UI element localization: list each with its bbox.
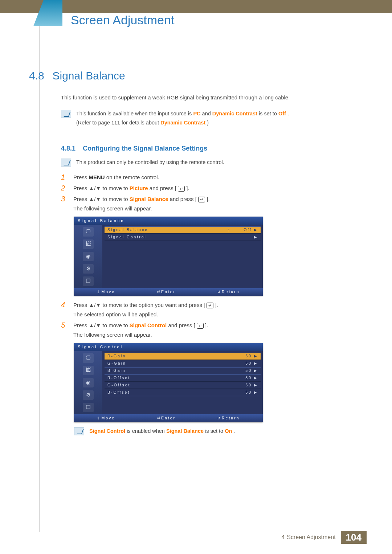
chevron-right-icon: ▶	[253, 375, 258, 381]
t: Press	[73, 174, 89, 180]
chevron-right-icon: ▶	[253, 234, 258, 240]
chevron-right-icon: ▶	[253, 353, 258, 359]
page-footer: 4 Screen Adjustment 104	[0, 531, 392, 544]
t: and	[202, 111, 212, 116]
t: to move to the option you want and press…	[103, 302, 205, 308]
step-text: Press MENU on the remote control.	[73, 173, 345, 182]
chevron-right-icon: ▶	[253, 227, 258, 233]
osd-row-g-offset[interactable]: G-Offset 50 ▶	[105, 382, 261, 389]
osd-row-value: 50	[232, 361, 253, 366]
step-1: 1 Press MENU on the remote control.	[61, 173, 345, 182]
osd-body: 🖵 🖼 ◉ ⚙ ❐ R-Gain 50 ▶ G-Gain 50 ▶	[74, 351, 263, 414]
note-icon	[74, 427, 84, 435]
em-on: On	[225, 428, 232, 434]
osd-row-signal-control[interactable]: Signal Control ▶	[105, 234, 261, 241]
chevron-right-icon: ▶	[253, 361, 258, 366]
side-rule	[39, 13, 40, 532]
osd-footer: Move Enter Return	[74, 288, 263, 296]
em-dc: Dynamic Contrast	[212, 111, 257, 116]
chevron-right-icon: ▶	[253, 382, 258, 388]
osd-title: Signal Balance	[74, 217, 263, 225]
note-enable: Signal Control is enabled when Signal Ba…	[74, 427, 345, 435]
t: )	[207, 120, 209, 126]
osd-row-value: 50	[232, 390, 253, 395]
t: is set to	[259, 111, 278, 116]
arrow-keys-icon: ▲/▼	[89, 185, 101, 191]
note-icon	[61, 110, 71, 118]
enter-key-icon	[207, 303, 213, 308]
osd-main: Signal Balance : Off ▶ Signal Control ▶	[102, 225, 263, 288]
em-dc2: Dynamic Contrast	[160, 120, 205, 126]
arrow-keys-icon: ▲/▼	[89, 196, 101, 202]
osd-row-value: 50	[232, 353, 253, 359]
osd-row-g-gain[interactable]: G-Gain 50 ▶	[105, 360, 261, 367]
disc-icon: ◉	[83, 252, 94, 261]
enter-key-icon	[178, 186, 185, 192]
step-text: Press ▲/▼ to move to Signal Control and …	[73, 321, 345, 339]
em-off: Off	[278, 111, 286, 116]
section-number: 4.8	[29, 70, 51, 82]
step-number: 4	[61, 301, 68, 309]
multi-icon: ❐	[83, 276, 94, 286]
osd-row-value: Off	[232, 227, 253, 233]
t: Press	[73, 322, 89, 328]
em-signal-balance: Signal Balance	[166, 428, 204, 434]
gear-icon: ⚙	[83, 264, 94, 274]
step-number: 3	[61, 195, 68, 203]
gear-icon: ⚙	[83, 390, 94, 400]
step-4: 4 Press ▲/▼ to move to the option you wa…	[61, 301, 345, 319]
chevron-right-icon: ▶	[253, 368, 258, 374]
osd-row-b-offset[interactable]: B-Offset 50 ▶	[105, 389, 261, 396]
note-availability: This function is available when the inpu…	[61, 110, 345, 127]
osd-title: Signal Control	[74, 343, 263, 351]
footer-chapter-number: 4	[281, 534, 285, 541]
step-number: 2	[61, 184, 68, 192]
osd-hint-enter: Enter	[157, 415, 176, 421]
enter-key-icon	[198, 197, 205, 202]
subsection-heading: 4.8.1 Configuring the Signal Balance Set…	[61, 144, 345, 153]
osd-row-label: Signal Control	[107, 234, 226, 240]
multi-icon: ❐	[83, 403, 94, 412]
osd-empty	[105, 241, 261, 281]
osd-footer: Move Enter Return	[74, 414, 263, 422]
arrow-keys-icon: ▲/▼	[89, 302, 101, 308]
menu-key: MENU	[89, 174, 105, 180]
step-cont: The following screen will appear.	[73, 204, 345, 213]
step-3: 3 Press ▲/▼ to move to Signal Balance an…	[61, 195, 345, 213]
t: .	[233, 428, 235, 434]
t: ].	[205, 322, 208, 328]
t: to move to	[103, 196, 130, 202]
osd-hint-move: Move	[97, 289, 115, 295]
target-signal-control: Signal Control	[130, 322, 167, 328]
osd-sidebar: 🖵 🖼 ◉ ⚙ ❐	[74, 351, 102, 414]
em-signal-control: Signal Control	[89, 428, 125, 434]
enter-key-icon	[197, 323, 204, 329]
t: ].	[186, 185, 189, 191]
picture-icon: 🖵	[83, 227, 94, 237]
step-cont: The following screen will appear.	[73, 331, 345, 339]
t: This function is available when the inpu…	[76, 111, 193, 116]
osd-sidebar: 🖵 🖼 ◉ ⚙ ❐	[74, 225, 102, 288]
osd-row-value: 50	[232, 382, 253, 388]
osd-hint-move: Move	[97, 415, 115, 421]
step-text: Press ▲/▼ to move to Signal Balance and …	[73, 195, 345, 213]
t: and press [	[170, 196, 197, 202]
t: Press	[73, 196, 89, 202]
osd-row-r-gain[interactable]: R-Gain 50 ▶	[105, 353, 261, 360]
step-cont: The selected option will be applied.	[73, 310, 345, 319]
osd-row-r-offset[interactable]: R-Offset 50 ▶	[105, 374, 261, 382]
footer-label: 4 Screen Adjustment	[276, 531, 340, 544]
osd-row-b-gain[interactable]: B-Gain 50 ▶	[105, 367, 261, 374]
osd-hint-return: Return	[217, 289, 240, 295]
osd-row-value: 50	[232, 375, 253, 381]
note-text: This product can only be controlled by u…	[76, 159, 345, 167]
osd-body: 🖵 🖼 ◉ ⚙ ❐ Signal Balance : Off ▶ Signal …	[74, 225, 263, 288]
section-heading: 4.8 Signal Balance	[29, 70, 125, 82]
t: and press [	[168, 322, 195, 328]
osd-signal-balance: Signal Balance 🖵 🖼 ◉ ⚙ ❐ Signal Balance …	[74, 217, 263, 296]
osd-hint-return: Return	[217, 415, 240, 421]
osd-row-signal-balance[interactable]: Signal Balance : Off ▶	[105, 226, 261, 234]
step-5: 5 Press ▲/▼ to move to Signal Control an…	[61, 321, 345, 339]
osd-row-label: R-Offset	[107, 375, 232, 381]
intro-text: This function is used to supplement a we…	[61, 94, 345, 102]
